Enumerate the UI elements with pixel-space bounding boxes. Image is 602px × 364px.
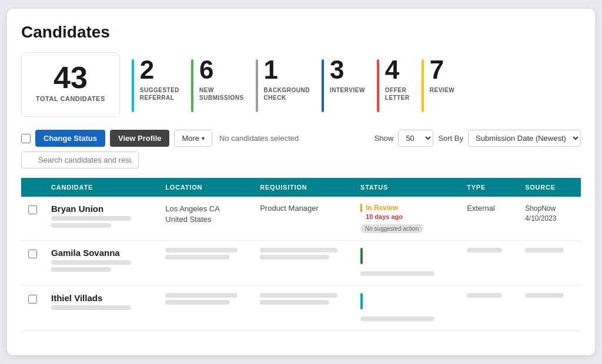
skeleton-req-2a [260, 248, 337, 252]
skeleton-source-2 [525, 248, 564, 252]
stat-offer-letter: 4 OFFERLETTER [377, 52, 422, 117]
requisition-1: Product Manager [260, 204, 346, 213]
th-source: SOURCE [518, 178, 581, 197]
stat-label-bgcheck: BACKGROUNDCHECK [264, 86, 310, 102]
stat-number-interview: 3 [330, 57, 365, 83]
candidate-name-3: Ithiel Villads [51, 293, 151, 303]
stat-number-submissions: 6 [199, 57, 244, 83]
row-checkbox-1[interactable] [28, 205, 37, 214]
stats-row: 43 TOTAL CANDIDATES 2 SUGGESTEDREFERRAL … [21, 52, 581, 117]
stat-suggested-referral: 2 SUGGESTEDREFERRAL [132, 52, 191, 117]
status-bar-teal-3 [360, 293, 363, 309]
skeleton-loc-2b [165, 255, 230, 259]
stat-total: 43 TOTAL CANDIDATES [21, 52, 120, 117]
stat-new-submissions: 6 NEWSUBMISSIONS [191, 52, 256, 117]
page-title: Candidates [21, 23, 581, 42]
stat-bar-bgcheck [256, 59, 258, 112]
stat-total-number: 43 [53, 62, 88, 93]
stat-background-check: 1 BACKGROUNDCHECK [256, 52, 322, 117]
skeleton-loc-3b [165, 300, 230, 305]
skeleton-2a [51, 260, 131, 265]
status-bar-green-2 [360, 248, 363, 264]
table-row: Bryan Union Los Angeles CAUnited States … [21, 197, 581, 241]
search-input[interactable] [21, 151, 139, 168]
stat-number-bgcheck: 1 [264, 57, 310, 83]
stat-label-review: REVIEW [430, 86, 454, 94]
stat-number-offer: 4 [385, 57, 410, 83]
stat-bar-submissions [191, 59, 193, 112]
status-badge-1: No suggested action [360, 224, 423, 233]
candidate-name-1: Bryan Union [51, 204, 151, 214]
skeleton-1b [51, 223, 111, 228]
stat-total-label: TOTAL CANDIDATES [36, 95, 105, 102]
location-1: Los Angeles CAUnited States [165, 204, 246, 225]
stat-label-offer: OFFERLETTER [385, 86, 410, 102]
th-requisition: REQUISITION [253, 178, 353, 197]
row-checkbox-2[interactable] [28, 250, 37, 258]
type-1: External [467, 204, 511, 213]
more-button[interactable]: More [174, 130, 212, 147]
skeleton-req-3a [260, 293, 337, 298]
stat-label-submissions: NEWSUBMISSIONS [199, 86, 244, 102]
skeleton-req-2b [260, 255, 329, 259]
change-status-button[interactable]: Change Status [35, 130, 105, 147]
stat-label-interview: INTERVIEW [330, 86, 365, 94]
stat-number-review: 7 [430, 57, 454, 83]
skeleton-type-2 [467, 248, 502, 252]
show-label: Show [374, 134, 394, 143]
sort-select[interactable]: Submission Date (Newest) Submission Date… [468, 130, 581, 147]
skeleton-req-3b [260, 300, 329, 305]
table-header-row: CANDIDATE LOCATION REQUISITION STATUS TY… [21, 178, 581, 197]
select-all-checkbox[interactable] [21, 134, 31, 143]
search-wrapper: 🔍 [21, 151, 139, 168]
show-select[interactable]: 50 25 100 [398, 130, 433, 147]
th-candidate: CANDIDATE [44, 178, 158, 197]
th-location: LOCATION [158, 178, 253, 197]
row-checkbox-3[interactable] [28, 295, 37, 304]
stat-label-referral: SUGGESTEDREFERRAL [140, 86, 179, 102]
skeleton-status-2 [360, 271, 434, 276]
candidate-name-2: Gamila Sovanna [51, 248, 151, 258]
status-label-1: In Review [360, 204, 453, 212]
skeleton-type-3 [467, 293, 502, 298]
th-checkbox [21, 178, 44, 197]
status-days-1: 10 days ago [360, 213, 453, 220]
stat-bar-offer [377, 59, 379, 112]
table-row: Ithiel Villads [21, 286, 581, 331]
stat-bar-interview [322, 59, 324, 112]
no-selected-text: No candidates selected [219, 134, 299, 143]
main-container: Candidates 43 TOTAL CANDIDATES 2 SUGGEST… [7, 9, 595, 355]
stat-review: 7 REVIEW [422, 52, 466, 117]
stat-bar-referral [132, 59, 134, 112]
skeleton-2b [51, 267, 111, 272]
skeleton-source-3 [525, 293, 564, 298]
th-type: TYPE [460, 178, 518, 197]
candidates-table: CANDIDATE LOCATION REQUISITION STATUS TY… [21, 178, 581, 331]
sort-label: Sort By [438, 134, 463, 143]
th-status: STATUS [353, 178, 460, 197]
skeleton-1a [51, 216, 131, 221]
source-1: ShopNow4/10/2023 [525, 204, 574, 224]
toolbar: Change Status View Profile More No candi… [21, 130, 581, 168]
skeleton-status-3 [360, 316, 434, 321]
view-profile-button[interactable]: View Profile [110, 130, 169, 147]
table-row: Gamila Sovanna [21, 241, 581, 286]
skeleton-loc-2a [165, 248, 238, 252]
stat-interview: 3 INTERVIEW [322, 52, 377, 117]
stat-number-referral: 2 [140, 57, 179, 83]
skeleton-3a [51, 305, 131, 310]
stat-bar-review [422, 59, 424, 112]
skeleton-loc-3a [165, 293, 238, 298]
